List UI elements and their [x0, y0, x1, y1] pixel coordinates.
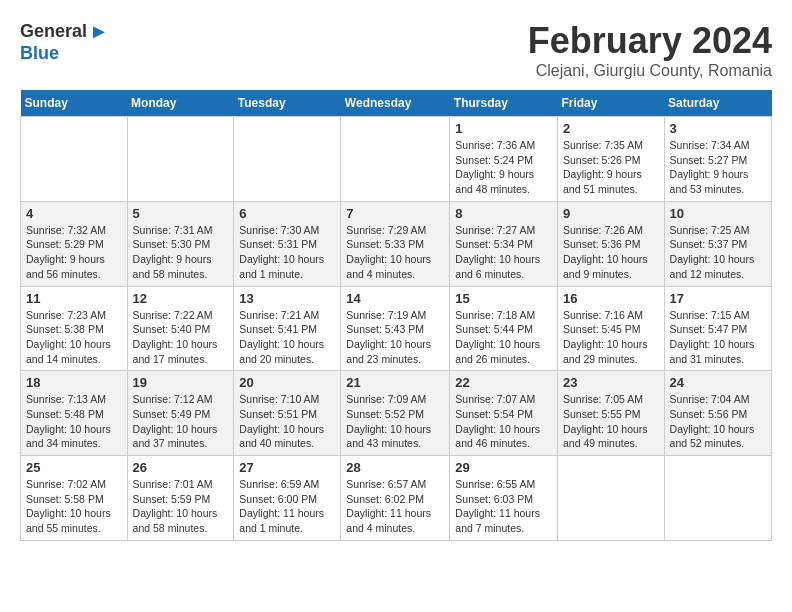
calendar-cell: 4Sunrise: 7:32 AMSunset: 5:29 PMDaylight…	[21, 201, 128, 286]
calendar-cell: 7Sunrise: 7:29 AMSunset: 5:33 PMDaylight…	[341, 201, 450, 286]
calendar-cell: 10Sunrise: 7:25 AMSunset: 5:37 PMDayligh…	[664, 201, 771, 286]
calendar-header-row: SundayMondayTuesdayWednesdayThursdayFrid…	[21, 90, 772, 117]
day-info: Sunrise: 7:16 AMSunset: 5:45 PMDaylight:…	[563, 308, 659, 367]
calendar-cell: 1Sunrise: 7:36 AMSunset: 5:24 PMDaylight…	[450, 117, 558, 202]
calendar-cell	[341, 117, 450, 202]
day-of-week-header: Thursday	[450, 90, 558, 117]
day-number: 9	[563, 206, 659, 221]
calendar-cell: 28Sunrise: 6:57 AMSunset: 6:02 PMDayligh…	[341, 456, 450, 541]
day-info: Sunrise: 7:29 AMSunset: 5:33 PMDaylight:…	[346, 223, 444, 282]
day-info: Sunrise: 7:36 AMSunset: 5:24 PMDaylight:…	[455, 138, 552, 197]
logo-blue: Blue	[20, 43, 59, 64]
calendar-cell: 16Sunrise: 7:16 AMSunset: 5:45 PMDayligh…	[557, 286, 664, 371]
day-number: 19	[133, 375, 229, 390]
calendar-cell	[664, 456, 771, 541]
day-info: Sunrise: 7:01 AMSunset: 5:59 PMDaylight:…	[133, 477, 229, 536]
calendar-table: SundayMondayTuesdayWednesdayThursdayFrid…	[20, 90, 772, 541]
day-number: 20	[239, 375, 335, 390]
day-info: Sunrise: 6:59 AMSunset: 6:00 PMDaylight:…	[239, 477, 335, 536]
day-number: 18	[26, 375, 122, 390]
calendar-cell: 25Sunrise: 7:02 AMSunset: 5:58 PMDayligh…	[21, 456, 128, 541]
calendar-header: February 2024 Clejani, Giurgiu County, R…	[20, 20, 772, 80]
day-info: Sunrise: 7:02 AMSunset: 5:58 PMDaylight:…	[26, 477, 122, 536]
day-info: Sunrise: 7:31 AMSunset: 5:30 PMDaylight:…	[133, 223, 229, 282]
day-number: 8	[455, 206, 552, 221]
calendar-cell: 26Sunrise: 7:01 AMSunset: 5:59 PMDayligh…	[127, 456, 234, 541]
calendar-cell: 18Sunrise: 7:13 AMSunset: 5:48 PMDayligh…	[21, 371, 128, 456]
day-info: Sunrise: 7:25 AMSunset: 5:37 PMDaylight:…	[670, 223, 766, 282]
day-info: Sunrise: 7:19 AMSunset: 5:43 PMDaylight:…	[346, 308, 444, 367]
day-info: Sunrise: 7:15 AMSunset: 5:47 PMDaylight:…	[670, 308, 766, 367]
calendar-cell: 5Sunrise: 7:31 AMSunset: 5:30 PMDaylight…	[127, 201, 234, 286]
calendar-week-row: 1Sunrise: 7:36 AMSunset: 5:24 PMDaylight…	[21, 117, 772, 202]
day-number: 26	[133, 460, 229, 475]
calendar-week-row: 18Sunrise: 7:13 AMSunset: 5:48 PMDayligh…	[21, 371, 772, 456]
day-number: 28	[346, 460, 444, 475]
day-info: Sunrise: 6:55 AMSunset: 6:03 PMDaylight:…	[455, 477, 552, 536]
calendar-cell: 15Sunrise: 7:18 AMSunset: 5:44 PMDayligh…	[450, 286, 558, 371]
calendar-cell: 13Sunrise: 7:21 AMSunset: 5:41 PMDayligh…	[234, 286, 341, 371]
day-number: 6	[239, 206, 335, 221]
calendar-cell: 17Sunrise: 7:15 AMSunset: 5:47 PMDayligh…	[664, 286, 771, 371]
day-number: 16	[563, 291, 659, 306]
day-number: 5	[133, 206, 229, 221]
day-number: 22	[455, 375, 552, 390]
calendar-cell: 20Sunrise: 7:10 AMSunset: 5:51 PMDayligh…	[234, 371, 341, 456]
calendar-week-row: 11Sunrise: 7:23 AMSunset: 5:38 PMDayligh…	[21, 286, 772, 371]
day-number: 1	[455, 121, 552, 136]
day-number: 17	[670, 291, 766, 306]
calendar-cell: 23Sunrise: 7:05 AMSunset: 5:55 PMDayligh…	[557, 371, 664, 456]
day-number: 27	[239, 460, 335, 475]
calendar-cell	[557, 456, 664, 541]
calendar-cell	[21, 117, 128, 202]
calendar-cell: 11Sunrise: 7:23 AMSunset: 5:38 PMDayligh…	[21, 286, 128, 371]
calendar-cell	[234, 117, 341, 202]
day-info: Sunrise: 7:27 AMSunset: 5:34 PMDaylight:…	[455, 223, 552, 282]
calendar-cell: 8Sunrise: 7:27 AMSunset: 5:34 PMDaylight…	[450, 201, 558, 286]
day-number: 4	[26, 206, 122, 221]
day-number: 10	[670, 206, 766, 221]
calendar-cell: 12Sunrise: 7:22 AMSunset: 5:40 PMDayligh…	[127, 286, 234, 371]
day-number: 12	[133, 291, 229, 306]
day-info: Sunrise: 7:13 AMSunset: 5:48 PMDaylight:…	[26, 392, 122, 451]
day-number: 14	[346, 291, 444, 306]
day-info: Sunrise: 6:57 AMSunset: 6:02 PMDaylight:…	[346, 477, 444, 536]
calendar-cell: 2Sunrise: 7:35 AMSunset: 5:26 PMDaylight…	[557, 117, 664, 202]
day-info: Sunrise: 7:09 AMSunset: 5:52 PMDaylight:…	[346, 392, 444, 451]
day-number: 11	[26, 291, 122, 306]
calendar-cell	[127, 117, 234, 202]
calendar-cell: 9Sunrise: 7:26 AMSunset: 5:36 PMDaylight…	[557, 201, 664, 286]
day-number: 13	[239, 291, 335, 306]
calendar-cell: 21Sunrise: 7:09 AMSunset: 5:52 PMDayligh…	[341, 371, 450, 456]
day-number: 24	[670, 375, 766, 390]
day-of-week-header: Saturday	[664, 90, 771, 117]
day-info: Sunrise: 7:07 AMSunset: 5:54 PMDaylight:…	[455, 392, 552, 451]
day-of-week-header: Wednesday	[341, 90, 450, 117]
calendar-cell: 29Sunrise: 6:55 AMSunset: 6:03 PMDayligh…	[450, 456, 558, 541]
day-info: Sunrise: 7:26 AMSunset: 5:36 PMDaylight:…	[563, 223, 659, 282]
calendar-cell: 14Sunrise: 7:19 AMSunset: 5:43 PMDayligh…	[341, 286, 450, 371]
day-info: Sunrise: 7:21 AMSunset: 5:41 PMDaylight:…	[239, 308, 335, 367]
logo-icon: ►	[89, 20, 109, 43]
location-subtitle: Clejani, Giurgiu County, Romania	[20, 62, 772, 80]
calendar-body: 1Sunrise: 7:36 AMSunset: 5:24 PMDaylight…	[21, 117, 772, 541]
day-info: Sunrise: 7:04 AMSunset: 5:56 PMDaylight:…	[670, 392, 766, 451]
day-number: 7	[346, 206, 444, 221]
day-info: Sunrise: 7:30 AMSunset: 5:31 PMDaylight:…	[239, 223, 335, 282]
day-of-week-header: Monday	[127, 90, 234, 117]
day-info: Sunrise: 7:34 AMSunset: 5:27 PMDaylight:…	[670, 138, 766, 197]
day-number: 21	[346, 375, 444, 390]
month-year-title: February 2024	[20, 20, 772, 62]
logo: General ► Blue	[20, 20, 109, 64]
calendar-cell: 22Sunrise: 7:07 AMSunset: 5:54 PMDayligh…	[450, 371, 558, 456]
day-number: 23	[563, 375, 659, 390]
day-number: 25	[26, 460, 122, 475]
day-number: 2	[563, 121, 659, 136]
day-number: 15	[455, 291, 552, 306]
day-of-week-header: Sunday	[21, 90, 128, 117]
day-number: 3	[670, 121, 766, 136]
day-info: Sunrise: 7:10 AMSunset: 5:51 PMDaylight:…	[239, 392, 335, 451]
calendar-cell: 27Sunrise: 6:59 AMSunset: 6:00 PMDayligh…	[234, 456, 341, 541]
calendar-week-row: 4Sunrise: 7:32 AMSunset: 5:29 PMDaylight…	[21, 201, 772, 286]
calendar-cell: 3Sunrise: 7:34 AMSunset: 5:27 PMDaylight…	[664, 117, 771, 202]
